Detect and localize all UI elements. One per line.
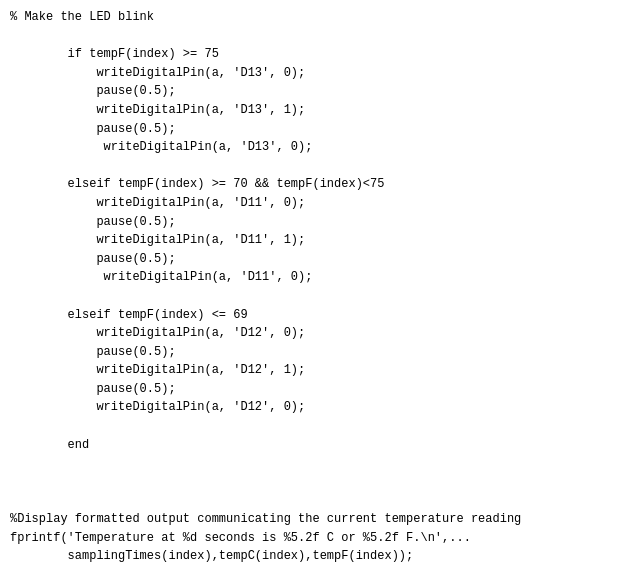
code-line <box>10 27 608 46</box>
code-line <box>10 417 608 436</box>
code-line: % Make the LED blink <box>10 8 608 27</box>
code-line: if tempF(index) >= 75 <box>10 45 608 64</box>
code-line: samplingTimes(index),tempC(index),tempF(… <box>10 547 608 562</box>
code-line <box>10 473 608 492</box>
code-line <box>10 287 608 306</box>
code-line <box>10 157 608 176</box>
code-line: writeDigitalPin(a, 'D12', 1); <box>10 361 608 380</box>
code-line: elseif tempF(index) >= 70 && tempF(index… <box>10 175 608 194</box>
code-line: pause(0.5); <box>10 120 608 139</box>
code-line: pause(0.5); <box>10 213 608 232</box>
code-line: writeDigitalPin(a, 'D13', 0); <box>10 138 608 157</box>
code-line: writeDigitalPin(a, 'D11', 1); <box>10 231 608 250</box>
code-line: pause(0.5); <box>10 343 608 362</box>
code-line: pause(0.5); <box>10 250 608 269</box>
code-line: %Display formatted output communicating … <box>10 510 608 529</box>
code-line <box>10 454 608 473</box>
code-line: writeDigitalPin(a, 'D12', 0); <box>10 324 608 343</box>
code-line: pause(0.5); <box>10 380 608 399</box>
code-editor: % Make the LED blink if tempF(index) >= … <box>0 0 618 562</box>
code-line: writeDigitalPin(a, 'D11', 0); <box>10 194 608 213</box>
code-line: pause(0.5); <box>10 82 608 101</box>
code-line: writeDigitalPin(a, 'D12', 0); <box>10 398 608 417</box>
code-line: elseif tempF(index) <= 69 <box>10 306 608 325</box>
code-line: writeDigitalPin(a, 'D13', 0); <box>10 64 608 83</box>
code-line: writeDigitalPin(a, 'D11', 0); <box>10 268 608 287</box>
code-line <box>10 491 608 510</box>
code-line: end <box>10 436 608 455</box>
code-line: fprintf('Temperature at %d seconds is %5… <box>10 529 608 548</box>
code-line: writeDigitalPin(a, 'D13', 1); <box>10 101 608 120</box>
